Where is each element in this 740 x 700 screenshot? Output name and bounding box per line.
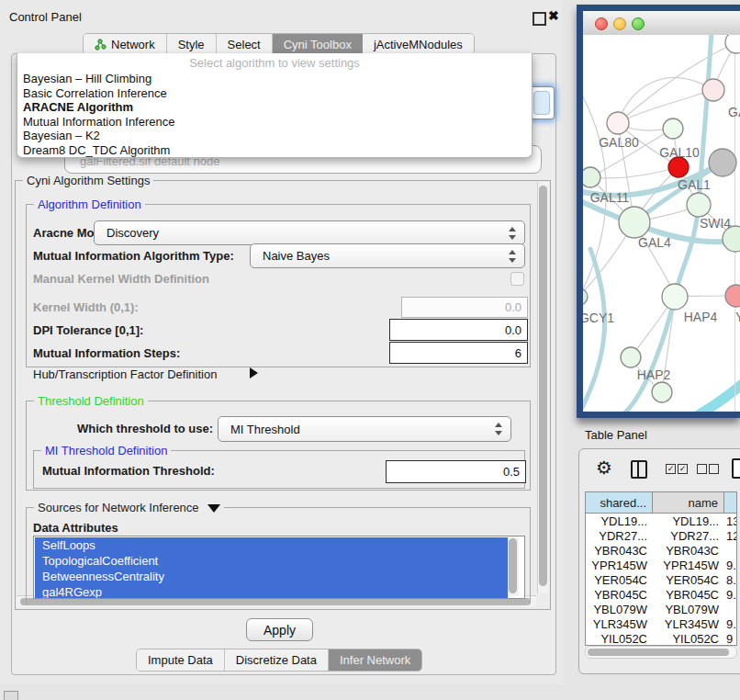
table-panel: ⚙ ✓ ✓ shared... name YDL19... YDL19... 1… [578,448,740,674]
tab-select[interactable]: Select [217,34,273,54]
node[interactable] [725,35,740,53]
attributes-scrollbar[interactable] [508,536,519,596]
screen: Control Panel ✖ Network Style Select Cyn… [0,0,740,700]
select-all-icon[interactable]: ✓ [666,464,676,474]
kernel-width-field[interactable]: 0.0 [401,297,528,318]
close-traffic-icon[interactable] [595,17,608,30]
tab-network[interactable]: Network [84,34,167,54]
mi-threshold-field[interactable]: 0.5 [386,460,526,483]
minimize-traffic-icon[interactable] [613,17,626,30]
control-panel-title: Control Panel [9,10,82,24]
tab-cyni-toolbox[interactable]: Cyni Toolbox [273,34,363,54]
column-header-partial[interactable] [724,492,736,514]
tab-impute-data[interactable]: Impute Data [137,649,225,671]
scrollbar-thumb[interactable] [588,649,729,656]
scrollbar-thumb[interactable] [539,186,547,586]
algorithm-option-selected[interactable]: ARACNE Algorithm [17,100,532,115]
attribute-item-selected[interactable]: gal4RGexp [35,584,508,599]
deselect-all-icon[interactable] [709,464,719,474]
attribute-item-selected[interactable]: TopologicalCoefficient [35,553,508,569]
mi-type-value: Naive Bayes [251,249,330,263]
node-label: GAL1 [678,177,711,192]
hub-definition-label: Hub/Transcription Factor Definition [33,367,217,381]
mi-steps-label: Mutual Information Steps: [33,346,180,360]
bottom-tabbar: Impute Data Discretize Data Infer Networ… [136,649,422,672]
apply-button[interactable]: Apply [246,618,313,641]
manual-kernel-checkbox[interactable] [510,272,524,286]
data-attributes-label: Data Attributes [33,521,118,535]
table-horizontal-scrollbar[interactable] [585,646,737,659]
which-threshold-combo[interactable]: MI Threshold [218,416,511,442]
mi-steps-field[interactable]: 6 [389,342,528,364]
algorithm-option[interactable]: Basic Correlation Inference [17,86,532,101]
node-red-selected[interactable] [668,157,689,177]
node-label: GAL80 [599,135,639,150]
close-icon[interactable]: ✖ [548,8,559,23]
network-icon [95,39,107,51]
node-hap2[interactable] [621,347,641,367]
gear-icon[interactable]: ⚙ [596,457,612,479]
control-panel-tabbar: Network Style Select Cyni Toolbox jActiv… [83,33,475,55]
tab-infer-network[interactable]: Infer Network [329,649,421,671]
mi-type-combo[interactable]: Naive Bayes [250,243,525,268]
zoom-traffic-icon[interactable] [632,17,645,30]
dpi-tolerance-label: DPI Tolerance [0,1]: [33,323,143,337]
deselect-all-icon[interactable] [697,464,707,474]
node-label: GCY1 [583,310,614,325]
node-gal11[interactable] [583,167,600,187]
scrollbar-thumb[interactable] [509,538,517,593]
node-gcy1[interactable] [583,288,588,305]
sources-group-title: Sources for Network Inference [34,501,224,514]
node-salmon[interactable] [725,285,740,307]
float-icon[interactable] [533,12,546,26]
tab-discretize-data[interactable]: Discretize Data [225,649,329,671]
node-label: GAL4 [638,235,671,250]
network-window-titlebar[interactable] [583,11,740,36]
columns-icon[interactable] [631,460,647,479]
node-gal-cut[interactable] [702,79,724,101]
minimized-panel-icon[interactable] [4,691,18,700]
algorithm-option[interactable]: Mutual Information Inference [17,115,532,130]
node-hap4[interactable] [662,284,688,310]
document-icon[interactable] [732,458,740,479]
mi-type-label: Mutual Information Algorithm Type: [33,249,234,263]
node-label: Y [735,310,740,324]
algorithm-option[interactable]: Dream8 DC_TDC Algorithm [17,143,532,158]
node-gal4[interactable] [619,207,650,238]
algorithm-option[interactable]: Bayesian – K2 [17,129,532,143]
attribute-item-selected[interactable]: BetweennessCentrality [35,569,508,584]
aracne-mode-combo[interactable]: Discovery [94,220,525,245]
node-gal1[interactable] [687,193,711,217]
node-label: GAL [728,105,740,119]
dpi-tolerance-field[interactable]: 0.0 [389,319,528,341]
settings-vertical-scrollbar[interactable] [537,182,549,593]
node-gal80[interactable] [607,112,629,134]
node-gray[interactable] [709,149,736,176]
node-table: shared... name YDL19... YDL19... 13 YDR2… [585,491,737,646]
manual-kernel-label: Manual Kernel Width Definition [33,272,209,286]
tab-label: Network [111,38,155,51]
network-canvas[interactable]: GAL80 GAL10 GAL1 GAL11 SWI4 GAL4 GCY1 HA… [583,35,740,412]
node-label: HAP4 [684,310,718,324]
node-gal10[interactable] [663,119,683,139]
expand-arrow-icon[interactable] [250,367,258,378]
tab-jactivemnodules[interactable]: jActiveMNodules [363,34,474,54]
tab-style[interactable]: Style [167,34,217,54]
collapse-arrow-icon[interactable] [207,504,220,513]
node-label: HAP2 [637,367,671,382]
threshold-definition-title: Threshold Definition [34,394,148,408]
column-header-shared-name[interactable]: shared... [586,492,653,514]
algorithm-option[interactable]: Bayesian – Hill Climbing [17,72,532,86]
node-label: SWI4 [700,216,731,231]
data-attributes-list[interactable]: SelfLoops TopologicalCoefficient Between… [33,536,525,599]
node[interactable] [652,382,672,402]
algorithm-definition-title: Algorithm Definition [34,198,145,211]
algorithm-dropdown-placeholder: Select algorithm to view settings [17,53,532,72]
stepper-icon [508,227,516,240]
stepper-icon [508,250,516,263]
combo-button[interactable] [533,91,550,115]
attribute-item-selected[interactable]: SelfLoops [35,537,508,553]
select-all-icon[interactable]: ✓ [678,464,688,474]
network-view-window[interactable]: GAL80 GAL10 GAL1 GAL11 SWI4 GAL4 GCY1 HA… [577,5,740,418]
column-header-name[interactable]: name [653,492,724,514]
